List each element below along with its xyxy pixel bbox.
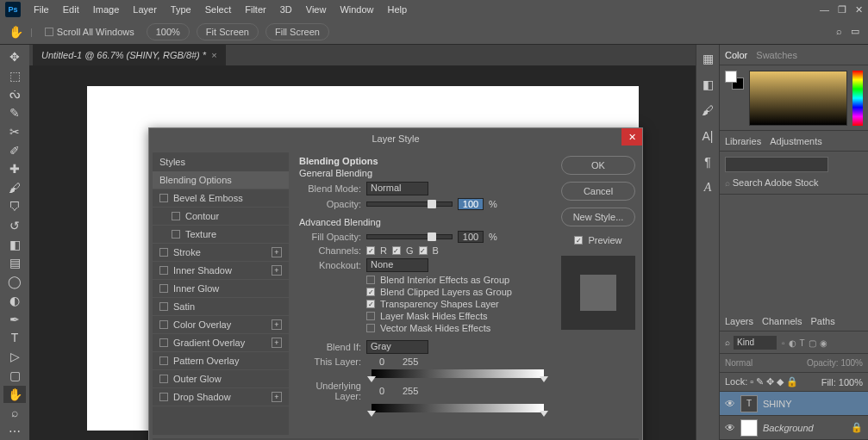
- channel-b-checkbox[interactable]: ✓: [419, 246, 428, 255]
- this-layer-slider[interactable]: [372, 369, 544, 378]
- channel-r-checkbox[interactable]: ✓: [366, 246, 375, 255]
- brush-panel-icon[interactable]: 🖌: [702, 103, 714, 117]
- style-pattern-overlay[interactable]: Pattern Overlay: [153, 352, 289, 370]
- lasso-tool-icon[interactable]: ᔔ: [3, 86, 26, 103]
- library-dropdown[interactable]: [725, 157, 828, 172]
- styles-header[interactable]: Styles: [153, 152, 289, 171]
- plus-icon[interactable]: +: [272, 265, 282, 276]
- brush-tool-icon[interactable]: 🖌: [3, 179, 26, 196]
- hue-slider[interactable]: [852, 71, 863, 126]
- adjustments-tab[interactable]: Adjustments: [770, 136, 822, 146]
- menu-edit[interactable]: Edit: [57, 0, 85, 19]
- library-search[interactable]: ⌕ Search Adobe Stock: [725, 177, 863, 188]
- swatches-tab[interactable]: Swatches: [756, 50, 797, 60]
- style-outer-glow[interactable]: Outer Glow: [153, 370, 289, 388]
- color-tab[interactable]: Color: [725, 50, 747, 60]
- menu-view[interactable]: View: [300, 0, 333, 19]
- menu-type[interactable]: Type: [165, 0, 197, 19]
- zoom-level-field[interactable]: 100%: [147, 23, 190, 40]
- glyphs-panel-icon[interactable]: A: [704, 181, 712, 195]
- style-gradient-overlay[interactable]: Gradient Overlay+: [153, 334, 289, 352]
- vector-mask-hides-checkbox[interactable]: [366, 324, 375, 332]
- scroll-all-windows-checkbox[interactable]: Scroll All Windows: [40, 27, 140, 37]
- fill-opacity-slider[interactable]: [366, 234, 453, 239]
- style-contour[interactable]: Contour: [153, 208, 289, 226]
- style-bevel-emboss[interactable]: Bevel & Emboss: [153, 189, 289, 208]
- shape-tool-icon[interactable]: ▢: [3, 367, 26, 384]
- layer-row-shiny[interactable]: 👁 T SHINY: [720, 392, 868, 416]
- plus-icon[interactable]: +: [272, 319, 282, 330]
- libraries-tab[interactable]: Libraries: [725, 136, 761, 146]
- gradient-tool-icon[interactable]: ▤: [3, 254, 26, 271]
- layer-row-background[interactable]: 👁 Background 🔒: [720, 416, 868, 440]
- eyedropper-tool-icon[interactable]: ✐: [3, 142, 26, 159]
- preview-checkbox[interactable]: ✓Preview: [574, 235, 621, 245]
- window-close-icon[interactable]: ✕: [855, 4, 863, 15]
- underlying-layer-slider[interactable]: [372, 404, 544, 412]
- path-select-tool-icon[interactable]: ▷: [3, 348, 26, 365]
- menu-file[interactable]: File: [28, 0, 55, 19]
- style-blending-options[interactable]: Blending Options: [153, 171, 289, 189]
- eraser-tool-icon[interactable]: ◧: [3, 236, 26, 253]
- new-style-button[interactable]: New Style...: [561, 208, 635, 226]
- visibility-icon[interactable]: 👁: [725, 422, 735, 434]
- menu-filter[interactable]: Filter: [239, 0, 272, 19]
- color-picker[interactable]: [749, 71, 847, 126]
- layer-fill-input[interactable]: 100%: [839, 377, 863, 387]
- channel-g-checkbox[interactable]: ✓: [392, 246, 401, 255]
- fit-screen-button[interactable]: Fit Screen: [197, 23, 259, 40]
- style-color-overlay[interactable]: Color Overlay+: [153, 316, 289, 334]
- plus-icon[interactable]: +: [272, 338, 282, 348]
- menu-3d[interactable]: 3D: [274, 0, 298, 19]
- menu-help[interactable]: Help: [382, 0, 414, 19]
- filter-icons[interactable]: ▫◐T▢◉: [780, 338, 829, 348]
- clone-stamp-tool-icon[interactable]: ⛉: [3, 198, 26, 215]
- history-brush-tool-icon[interactable]: ↺: [3, 217, 26, 234]
- foreground-background-swatch[interactable]: [725, 71, 744, 90]
- layer-opacity-input[interactable]: 100%: [840, 358, 863, 368]
- menu-select[interactable]: Select: [199, 0, 238, 19]
- properties-panel-icon[interactable]: ◧: [703, 77, 714, 91]
- lock-icons[interactable]: ▫ ✎ ✥ ◆ 🔒: [750, 376, 798, 387]
- plus-icon[interactable]: +: [272, 392, 282, 402]
- layer-mask-hides-checkbox[interactable]: [366, 312, 375, 320]
- crop-tool-icon[interactable]: ✂: [3, 123, 26, 140]
- plus-icon[interactable]: +: [272, 247, 282, 257]
- paths-tab[interactable]: Paths: [811, 316, 835, 326]
- dialog-close-button[interactable]: ✕: [621, 128, 642, 146]
- close-tab-icon[interactable]: ×: [211, 50, 216, 60]
- menu-image[interactable]: Image: [87, 0, 126, 19]
- hand-tool-icon[interactable]: ✋: [3, 386, 26, 403]
- layer-name[interactable]: Background: [763, 423, 814, 433]
- type-tool-icon[interactable]: T: [3, 329, 26, 346]
- window-minimize-icon[interactable]: —: [820, 4, 829, 15]
- menu-window[interactable]: Window: [334, 0, 379, 19]
- style-drop-shadow[interactable]: Drop Shadow+: [153, 388, 289, 406]
- fill-opacity-input[interactable]: 100: [458, 231, 484, 243]
- menu-layer[interactable]: Layer: [127, 0, 163, 19]
- quick-select-tool-icon[interactable]: ✎: [3, 104, 26, 121]
- channels-tab[interactable]: Channels: [762, 316, 802, 326]
- cancel-button[interactable]: Cancel: [561, 182, 635, 201]
- search-icon[interactable]: ⌕: [836, 26, 842, 37]
- style-inner-shadow[interactable]: Inner Shadow+: [153, 262, 289, 280]
- style-inner-glow[interactable]: Inner Glow: [153, 280, 289, 298]
- style-stroke[interactable]: Stroke+: [153, 244, 289, 262]
- transparency-shapes-checkbox[interactable]: ✓: [366, 300, 375, 308]
- layer-name[interactable]: SHINY: [763, 399, 792, 409]
- blend-interior-checkbox[interactable]: [366, 276, 375, 284]
- workspace-icon[interactable]: ▭: [851, 26, 859, 37]
- dialog-title-bar[interactable]: Layer Style ✕: [149, 128, 642, 149]
- character-panel-icon[interactable]: A|: [703, 129, 714, 143]
- blur-tool-icon[interactable]: ◯: [3, 273, 26, 290]
- knockout-dropdown[interactable]: None: [366, 258, 428, 272]
- style-texture[interactable]: Texture: [153, 226, 289, 244]
- opacity-slider[interactable]: [366, 201, 453, 207]
- paragraph-panel-icon[interactable]: ¶: [704, 155, 711, 169]
- dodge-tool-icon[interactable]: ◐: [3, 292, 26, 309]
- visibility-icon[interactable]: 👁: [725, 398, 735, 410]
- blend-mode-dropdown[interactable]: Normal: [366, 182, 428, 195]
- ok-button[interactable]: OK: [561, 156, 635, 175]
- opacity-input[interactable]: 100: [458, 198, 484, 210]
- style-satin[interactable]: Satin: [153, 298, 289, 316]
